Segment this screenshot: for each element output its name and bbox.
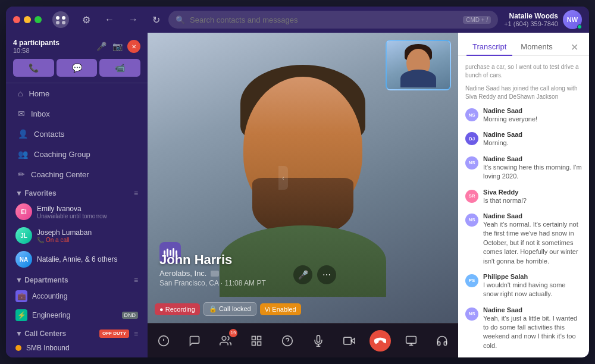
sidebar-collapse-button[interactable]: ‹ xyxy=(278,166,288,190)
call-centers-header-icons: OFF DUTY ≡ xyxy=(99,330,138,338)
tab-moments[interactable]: Moments xyxy=(515,39,558,56)
call-action-buttons: 📞 💬 📹 xyxy=(13,59,140,77)
transcript-speaker-philippe: Philippe Salah xyxy=(483,273,582,280)
joseph-avatar: JL xyxy=(15,227,32,244)
coaching-group-icon: 👥 xyxy=(18,149,28,159)
transcript-speaker-siva: Siva Reddy xyxy=(483,189,582,196)
transcript-content-siva: Siva Reddy Is that normal? xyxy=(483,189,582,205)
call-centers-header: ▼ Call Centers OFF DUTY ≡ xyxy=(6,325,148,340)
mute-button[interactable]: 🎤 xyxy=(95,40,108,52)
joseph-name: Joseph Lumaban xyxy=(37,228,92,237)
camera-toolbar-button[interactable] xyxy=(339,330,360,352)
transcript-text-philippe: I wouldn't mind having some snow right n… xyxy=(483,281,582,299)
chat-button[interactable] xyxy=(184,330,205,352)
transcript-content-nadine-1: Nadine Saad Morning everyone! xyxy=(483,107,582,124)
info-button[interactable] xyxy=(153,330,174,352)
mini-more-button[interactable]: ⋯ xyxy=(317,265,336,284)
transcript-entry-nadine-2: DJ Nadine Saad Morning. xyxy=(458,127,589,151)
call-chat-button[interactable]: 💬 xyxy=(57,59,98,77)
department-engineering[interactable]: ⚡ Engineering DND xyxy=(6,306,148,325)
app-logo xyxy=(52,11,69,28)
mic-toolbar-button[interactable] xyxy=(308,330,329,352)
app-window: ⚙ ← → ↻ 🔍 CMD + / Natalie Woods +1 (604)… xyxy=(6,7,589,357)
engineering-left: ⚡ Engineering xyxy=(15,309,70,321)
bottom-toolbar: 19 xyxy=(148,323,458,357)
minimize-window-button[interactable] xyxy=(24,16,31,23)
favorite-natalie-group[interactable]: NA Natalie, Annie, & 6 others xyxy=(6,247,148,271)
transcript-text-nadine-3: It's snowing here this morning. I'm lovi… xyxy=(483,163,582,181)
dj-avatar: DJ xyxy=(465,132,478,145)
emily-info: Emily Ivanova Unavailable until tomorrow xyxy=(37,205,107,219)
screen-share-button[interactable] xyxy=(400,330,422,352)
panel-close-button[interactable]: ✕ xyxy=(568,39,581,55)
sidebar-item-inbox[interactable]: ✉ Inbox xyxy=(8,104,145,123)
svg-rect-12 xyxy=(252,341,256,345)
search-bar[interactable]: 🔍 CMD + / xyxy=(168,11,498,29)
svg-point-0 xyxy=(52,11,69,28)
mini-mic-button[interactable]: 🎤 xyxy=(293,265,312,284)
accounting-left: 💼 Accounting xyxy=(15,290,67,302)
settings-button[interactable]: ⚙ xyxy=(80,12,93,28)
end-call-button[interactable]: ✕ xyxy=(127,40,140,53)
call-center-smb[interactable]: SMB Inbound xyxy=(6,340,148,356)
favorites-menu-icon[interactable]: ≡ xyxy=(134,189,138,197)
call-center-twofa[interactable]: 2 Step Auth (New CC) DND xyxy=(6,356,148,357)
transcript-speaker-nadine-2: Nadine Saad xyxy=(483,131,582,138)
favorite-emily[interactable]: EI Emily Ivanova Unavailable until tomor… xyxy=(6,200,148,224)
transcript-content-nadine-5: Nadine Saad Yeah, it's just a little bit… xyxy=(483,306,582,351)
video-area: John Harris Aerolabs, Inc. San Francisco… xyxy=(148,33,458,357)
sidebar-item-coaching-center-label: Coaching Center xyxy=(31,170,89,179)
departments-menu-icon[interactable]: ≡ xyxy=(134,276,138,284)
call-phone-button[interactable]: 📞 xyxy=(13,59,54,77)
sidebar-item-home[interactable]: ⌂ Home xyxy=(8,84,145,103)
department-accounting[interactable]: 💼 Accounting xyxy=(6,287,148,306)
contacts-icon: 👤 xyxy=(18,129,28,139)
refresh-button[interactable]: ↻ xyxy=(150,12,162,28)
natalie-group-avatar: NA xyxy=(15,251,32,268)
tab-transcript[interactable]: Transcript xyxy=(466,39,512,56)
inbox-icon: ✉ xyxy=(18,109,25,118)
participants-button[interactable]: 19 xyxy=(215,330,236,352)
call-centers-menu-icon[interactable]: ≡ xyxy=(134,330,138,338)
favorite-joseph[interactable]: JL Joseph Lumaban 📞 On a call xyxy=(6,224,148,247)
transcript-speaker-nadine-3: Nadine Saad xyxy=(483,155,582,162)
forward-button[interactable]: → xyxy=(126,12,140,27)
search-icon: 🔍 xyxy=(176,15,185,24)
transcript-system-1: purchase a car, so I went out to test dr… xyxy=(458,61,589,82)
sidebar-item-coaching-center[interactable]: ✏ Coaching Center xyxy=(8,165,145,184)
joseph-info: Joseph Lumaban 📞 On a call xyxy=(37,228,92,243)
caller-name: John Harris xyxy=(159,252,266,268)
recording-badge: ● Recording xyxy=(155,303,200,315)
title-bar-icons: ⚙ ← → ↻ xyxy=(80,12,162,28)
user-text: Natalie Woods +1 (604) 359-7840 xyxy=(504,12,558,27)
call-mini-controls: 🎤 ⋯ xyxy=(293,265,336,284)
headset-button[interactable] xyxy=(431,330,453,352)
transcript-entry-nadine-5: NS Nadine Saad Yeah, it's just a little … xyxy=(458,303,589,354)
user-phone: +1 (604) 359-7840 xyxy=(504,20,558,27)
back-button[interactable]: ← xyxy=(102,12,117,27)
sidebar-item-coaching-group[interactable]: 👥 Coaching Group xyxy=(8,145,145,164)
search-input[interactable] xyxy=(190,15,458,24)
transcript-speaker-nadine-5: Nadine Saad xyxy=(483,306,582,313)
svg-rect-1 xyxy=(56,16,60,20)
sidebar-item-contacts[interactable]: 👤 Contacts xyxy=(8,124,145,143)
svg-rect-10 xyxy=(258,336,261,340)
nadine-avatar-3: NS xyxy=(465,156,478,170)
engineering-label: Engineering xyxy=(32,311,70,319)
grid-view-button[interactable] xyxy=(246,330,267,352)
close-window-button[interactable] xyxy=(13,16,20,23)
home-icon: ⌂ xyxy=(18,89,23,98)
transcript-text-nadine-4: Yeah it's normal. It's certainly not the… xyxy=(483,220,582,266)
svg-rect-11 xyxy=(258,341,261,345)
end-call-toolbar-button[interactable] xyxy=(369,330,391,352)
svg-rect-2 xyxy=(62,16,65,20)
caller-location: San Francisco, CA · 11:08 AM PT xyxy=(159,279,266,287)
engineering-dnd-badge: DND xyxy=(122,312,139,319)
call-video-button[interactable]: 📹 xyxy=(99,59,140,77)
favorites-label: ▼ Favorites xyxy=(15,189,57,197)
video-toggle-button[interactable]: 📷 xyxy=(111,40,124,52)
video-main: John Harris Aerolabs, Inc. San Francisco… xyxy=(148,33,458,323)
maximize-window-button[interactable] xyxy=(35,16,42,23)
help-button[interactable] xyxy=(277,330,298,352)
avatar[interactable]: NW xyxy=(563,10,582,29)
